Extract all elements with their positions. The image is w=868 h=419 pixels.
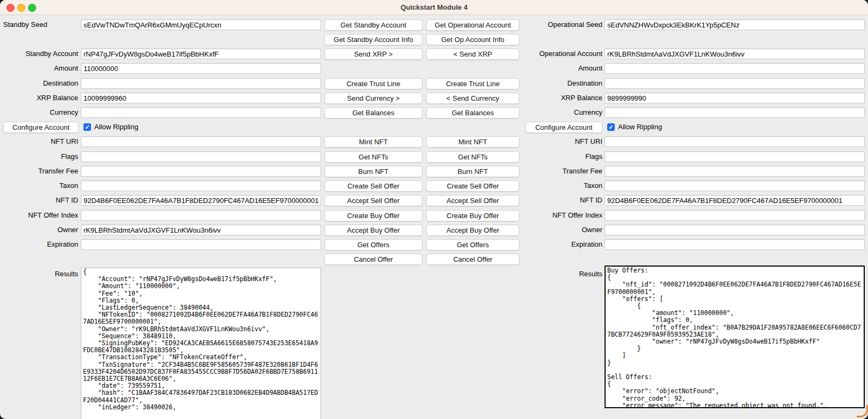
standby-account-label: Standby Account — [0, 48, 78, 59]
title-bar: Quickstart Module 4 — [0, 0, 868, 15]
standby-nft-offer-index-input[interactable] — [81, 210, 321, 221]
operational-expiration-label: Expiration — [505, 239, 602, 250]
standby-allow-rippling-checkbox[interactable]: ✓ — [84, 123, 91, 131]
get-standby-account-button[interactable]: Get Standby Account — [324, 19, 422, 31]
operational-account-label: Operational Account — [505, 48, 602, 59]
standby-amount-label: Amount — [0, 63, 78, 74]
operational-nft-uri-input[interactable] — [605, 136, 865, 147]
standby-taxon-input[interactable] — [81, 180, 321, 191]
standby-flags-label: Flags — [0, 151, 78, 162]
standby-create-sell-offer-button[interactable]: Create Sell Offer — [324, 180, 422, 192]
operational-seed-label: Operational Seed — [505, 19, 602, 30]
operational-account-input[interactable] — [605, 48, 865, 59]
operational-expiration-input[interactable] — [605, 239, 865, 250]
operational-seed-input[interactable] — [605, 19, 865, 30]
operational-flags-input[interactable] — [605, 151, 865, 162]
operational-results-label: Results — [505, 269, 602, 280]
operational-flags-label: Flags — [505, 151, 602, 162]
standby-mint-nft-button[interactable]: Mint NFT — [324, 136, 422, 148]
operational-destination-input[interactable] — [605, 78, 865, 89]
standby-flags-input[interactable] — [81, 151, 321, 162]
standby-currency-input[interactable] — [81, 107, 321, 118]
standby-xrp-balance-label: XRP Balance — [0, 93, 78, 103]
standby-accept-sell-offer-button[interactable]: Accept Sell Offer — [324, 195, 422, 206]
standby-get-offers-button[interactable]: Get Offers — [324, 239, 422, 250]
standby-destination-input[interactable] — [81, 78, 321, 89]
operational-allow-rippling-checkbox[interactable]: ✓ — [607, 123, 615, 131]
standby-results-label: Results — [0, 269, 78, 280]
operational-owner-input[interactable] — [605, 225, 865, 235]
standby-get-nfts-button[interactable]: Get NFTs — [324, 151, 422, 163]
operational-currency-input[interactable] — [605, 107, 865, 118]
standby-configure-account-button[interactable]: Configure Account — [3, 122, 79, 133]
standby-send-xrp-button[interactable]: Send XRP > — [324, 48, 422, 60]
operational-xrp-balance-label: XRP Balance — [505, 93, 602, 103]
standby-nft-uri-input[interactable] — [81, 136, 321, 147]
standby-accept-buy-offer-button[interactable]: Accept Buy Offer — [324, 225, 422, 236]
standby-expiration-input[interactable] — [81, 239, 321, 250]
standby-amount-input[interactable] — [81, 63, 321, 74]
standby-account-input[interactable] — [81, 48, 321, 59]
operational-taxon-label: Taxon — [505, 180, 602, 191]
standby-taxon-label: Taxon — [0, 180, 78, 191]
standby-nft-id-input[interactable] — [81, 195, 321, 206]
operational-xrp-balance-input[interactable] — [605, 93, 865, 103]
operational-configure-account-button[interactable]: Configure Account — [525, 122, 602, 133]
window-title: Quickstart Module 4 — [0, 0, 868, 15]
standby-destination-label: Destination — [0, 78, 78, 89]
standby-create-trust-line-button[interactable]: Create Trust Line — [324, 78, 422, 89]
checkmark-icon: ✓ — [84, 123, 91, 131]
standby-get-balances-button[interactable]: Get Balances — [324, 107, 422, 118]
standby-seed-input[interactable] — [81, 19, 321, 30]
standby-xrp-balance-input[interactable] — [81, 93, 321, 103]
operational-nft-id-input[interactable] — [605, 195, 865, 206]
standby-allow-rippling-label: Allow Rippling — [94, 122, 138, 132]
operational-nft-offer-index-input[interactable] — [605, 210, 865, 221]
operational-nft-uri-label: NFT URI — [505, 136, 602, 147]
operational-results-textarea[interactable]: Buy Offers: { "nft_id": "0008271092D4B6F… — [605, 266, 865, 408]
standby-currency-label: Currency — [0, 107, 78, 118]
operational-amount-label: Amount — [505, 63, 602, 74]
standby-cancel-offer-button[interactable]: Cancel Offer — [324, 254, 422, 265]
operational-taxon-input[interactable] — [605, 180, 865, 191]
app-window: Quickstart Module 4 Standby Seed Standby… — [0, 0, 868, 419]
standby-create-buy-offer-button[interactable]: Create Buy Offer — [324, 210, 422, 221]
operational-currency-label: Currency — [505, 107, 602, 118]
standby-nft-uri-label: NFT URI — [0, 136, 78, 147]
standby-transfer-fee-label: Transfer Fee — [0, 166, 78, 177]
standby-expiration-label: Expiration — [0, 239, 78, 250]
standby-burn-nft-button[interactable]: Burn NFT — [324, 166, 422, 177]
standby-results-textarea[interactable]: { "Account": "rNP47gJFvDyW8gsDo4weB17if5… — [81, 268, 321, 419]
standby-owner-label: Owner — [0, 225, 78, 235]
get-standby-account-info-button[interactable]: Get Standby Account Info — [324, 34, 422, 45]
get-op-account-info-button[interactable]: Get Op Account Info — [426, 34, 519, 45]
standby-nft-id-label: NFT ID — [0, 195, 78, 206]
standby-send-currency-button[interactable]: Send Currency > — [324, 93, 422, 104]
orange-resize-corner-icon[interactable] — [857, 405, 868, 417]
standby-transfer-fee-input[interactable] — [81, 166, 321, 177]
standby-owner-input[interactable] — [81, 225, 321, 235]
operational-cancel-offer-button[interactable]: Cancel Offer — [426, 254, 519, 265]
checkmark-icon: ✓ — [607, 123, 615, 131]
operational-destination-label: Destination — [505, 78, 602, 89]
standby-seed-label: Standby Seed — [0, 19, 78, 30]
standby-nft-offer-index-label: NFT Offer Index — [0, 210, 78, 221]
operational-transfer-fee-input[interactable] — [605, 166, 865, 177]
operational-amount-input[interactable] — [605, 63, 865, 74]
operational-owner-label: Owner — [505, 225, 602, 235]
operational-nft-offer-index-label: NFT Offer Index — [505, 210, 602, 221]
operational-nft-id-label: NFT ID — [505, 195, 602, 206]
operational-allow-rippling-label: Allow Rippling — [618, 122, 662, 132]
operational-transfer-fee-label: Transfer Fee — [505, 166, 602, 177]
